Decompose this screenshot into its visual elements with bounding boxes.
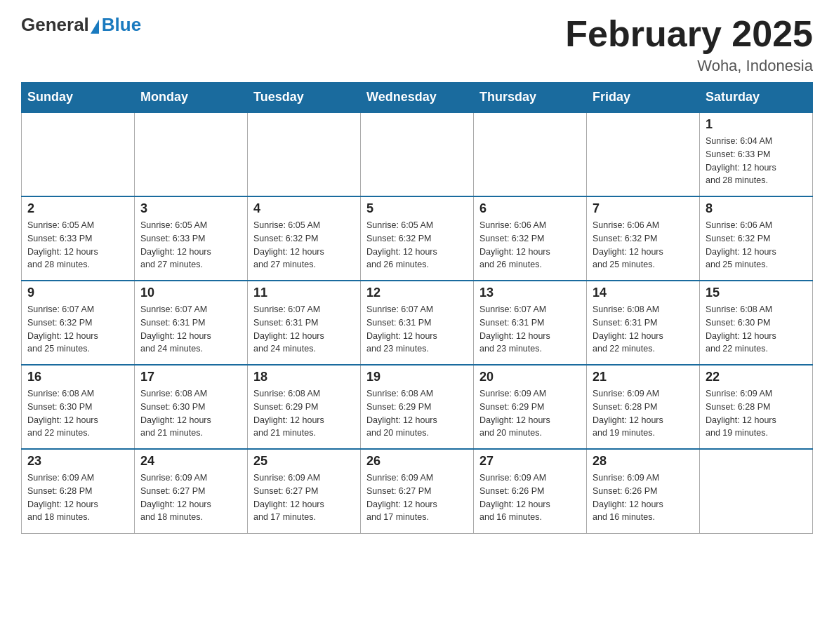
calendar-cell: 28Sunrise: 6:09 AMSunset: 6:26 PMDayligh… xyxy=(587,449,700,533)
day-info: Sunrise: 6:09 AMSunset: 6:28 PMDaylight:… xyxy=(593,387,694,440)
calendar-cell: 20Sunrise: 6:09 AMSunset: 6:29 PMDayligh… xyxy=(474,365,587,449)
calendar-cell: 18Sunrise: 6:08 AMSunset: 6:29 PMDayligh… xyxy=(248,365,361,449)
day-info: Sunrise: 6:09 AMSunset: 6:26 PMDaylight:… xyxy=(479,471,581,524)
day-info: Sunrise: 6:07 AMSunset: 6:31 PMDaylight:… xyxy=(366,303,468,356)
calendar-cell: 1Sunrise: 6:04 AMSunset: 6:33 PMDaylight… xyxy=(700,112,813,196)
day-number: 28 xyxy=(593,454,694,469)
day-number: 13 xyxy=(479,286,581,300)
calendar-cell: 15Sunrise: 6:08 AMSunset: 6:30 PMDayligh… xyxy=(700,281,813,365)
day-number: 10 xyxy=(140,286,241,300)
day-info: Sunrise: 6:08 AMSunset: 6:29 PMDaylight:… xyxy=(253,387,355,440)
day-number: 26 xyxy=(366,454,468,469)
day-number: 14 xyxy=(593,286,694,300)
column-header-friday: Friday xyxy=(587,83,700,113)
day-info: Sunrise: 6:08 AMSunset: 6:31 PMDaylight:… xyxy=(593,303,694,356)
day-info: Sunrise: 6:06 AMSunset: 6:32 PMDaylight:… xyxy=(593,219,694,271)
calendar-cell: 5Sunrise: 6:05 AMSunset: 6:32 PMDaylight… xyxy=(361,196,474,281)
calendar-cell: 16Sunrise: 6:08 AMSunset: 6:30 PMDayligh… xyxy=(22,365,135,449)
day-number: 25 xyxy=(253,454,355,469)
calendar-cell: 7Sunrise: 6:06 AMSunset: 6:32 PMDaylight… xyxy=(587,196,700,281)
calendar-cell: 2Sunrise: 6:05 AMSunset: 6:33 PMDaylight… xyxy=(22,196,135,281)
logo-general: General xyxy=(21,14,89,36)
calendar-cell: 9Sunrise: 6:07 AMSunset: 6:32 PMDaylight… xyxy=(22,281,135,365)
day-number: 6 xyxy=(479,201,581,216)
day-number: 21 xyxy=(593,370,694,384)
day-info: Sunrise: 6:09 AMSunset: 6:27 PMDaylight:… xyxy=(140,471,241,524)
day-info: Sunrise: 6:08 AMSunset: 6:30 PMDaylight:… xyxy=(140,387,241,440)
title-section: February 2025 Woha, Indonesia xyxy=(565,14,813,75)
column-header-thursday: Thursday xyxy=(474,83,587,113)
day-info: Sunrise: 6:09 AMSunset: 6:27 PMDaylight:… xyxy=(253,471,355,524)
day-number: 3 xyxy=(140,201,241,216)
calendar-cell: 26Sunrise: 6:09 AMSunset: 6:27 PMDayligh… xyxy=(361,449,474,533)
calendar-subtitle: Woha, Indonesia xyxy=(565,57,813,75)
day-info: Sunrise: 6:08 AMSunset: 6:30 PMDaylight:… xyxy=(706,303,807,356)
calendar-cell: 19Sunrise: 6:08 AMSunset: 6:29 PMDayligh… xyxy=(361,365,474,449)
day-number: 8 xyxy=(706,201,807,216)
day-info: Sunrise: 6:09 AMSunset: 6:27 PMDaylight:… xyxy=(366,471,468,524)
day-number: 2 xyxy=(27,201,128,216)
day-info: Sunrise: 6:06 AMSunset: 6:32 PMDaylight:… xyxy=(479,219,581,271)
calendar-cell: 11Sunrise: 6:07 AMSunset: 6:31 PMDayligh… xyxy=(248,281,361,365)
calendar-cell: 27Sunrise: 6:09 AMSunset: 6:26 PMDayligh… xyxy=(474,449,587,533)
day-number: 23 xyxy=(27,454,128,469)
day-info: Sunrise: 6:04 AMSunset: 6:33 PMDaylight:… xyxy=(706,135,807,187)
calendar-cell: 14Sunrise: 6:08 AMSunset: 6:31 PMDayligh… xyxy=(587,281,700,365)
calendar-cell xyxy=(361,112,474,196)
calendar-cell: 21Sunrise: 6:09 AMSunset: 6:28 PMDayligh… xyxy=(587,365,700,449)
column-header-tuesday: Tuesday xyxy=(248,83,361,113)
day-number: 27 xyxy=(479,454,581,469)
day-number: 1 xyxy=(706,117,807,132)
calendar-cell: 4Sunrise: 6:05 AMSunset: 6:32 PMDaylight… xyxy=(248,196,361,281)
calendar-cell: 10Sunrise: 6:07 AMSunset: 6:31 PMDayligh… xyxy=(135,281,248,365)
calendar-cell: 8Sunrise: 6:06 AMSunset: 6:32 PMDaylight… xyxy=(700,196,813,281)
day-info: Sunrise: 6:09 AMSunset: 6:28 PMDaylight:… xyxy=(706,387,807,440)
calendar-cell xyxy=(700,449,813,533)
page-header: General Blue February 2025 Woha, Indones… xyxy=(21,14,813,75)
calendar-table: SundayMondayTuesdayWednesdayThursdayFrid… xyxy=(21,82,813,534)
day-number: 9 xyxy=(27,286,128,300)
day-number: 16 xyxy=(27,370,128,384)
calendar-cell xyxy=(135,112,248,196)
calendar-cell xyxy=(587,112,700,196)
calendar-cell: 12Sunrise: 6:07 AMSunset: 6:31 PMDayligh… xyxy=(361,281,474,365)
day-info: Sunrise: 6:05 AMSunset: 6:33 PMDaylight:… xyxy=(27,219,128,271)
calendar-title: February 2025 xyxy=(565,14,813,54)
day-info: Sunrise: 6:05 AMSunset: 6:32 PMDaylight:… xyxy=(366,219,468,271)
day-info: Sunrise: 6:09 AMSunset: 6:28 PMDaylight:… xyxy=(27,471,128,524)
calendar-cell: 23Sunrise: 6:09 AMSunset: 6:28 PMDayligh… xyxy=(22,449,135,533)
column-header-monday: Monday xyxy=(135,83,248,113)
day-info: Sunrise: 6:05 AMSunset: 6:32 PMDaylight:… xyxy=(253,219,355,271)
column-header-wednesday: Wednesday xyxy=(361,83,474,113)
day-number: 7 xyxy=(593,201,694,216)
day-info: Sunrise: 6:09 AMSunset: 6:29 PMDaylight:… xyxy=(479,387,581,440)
day-number: 24 xyxy=(140,454,241,469)
day-info: Sunrise: 6:07 AMSunset: 6:31 PMDaylight:… xyxy=(479,303,581,356)
calendar-cell: 3Sunrise: 6:05 AMSunset: 6:33 PMDaylight… xyxy=(135,196,248,281)
day-number: 4 xyxy=(253,201,355,216)
calendar-cell: 6Sunrise: 6:06 AMSunset: 6:32 PMDaylight… xyxy=(474,196,587,281)
day-info: Sunrise: 6:05 AMSunset: 6:33 PMDaylight:… xyxy=(140,219,241,271)
calendar-week-row: 2Sunrise: 6:05 AMSunset: 6:33 PMDaylight… xyxy=(22,196,813,281)
day-number: 22 xyxy=(706,370,807,384)
day-number: 18 xyxy=(253,370,355,384)
calendar-cell: 24Sunrise: 6:09 AMSunset: 6:27 PMDayligh… xyxy=(135,449,248,533)
logo-blue: Blue xyxy=(102,14,141,36)
column-header-sunday: Sunday xyxy=(22,83,135,113)
day-number: 5 xyxy=(366,201,468,216)
calendar-week-row: 16Sunrise: 6:08 AMSunset: 6:30 PMDayligh… xyxy=(22,365,813,449)
calendar-cell: 25Sunrise: 6:09 AMSunset: 6:27 PMDayligh… xyxy=(248,449,361,533)
column-header-saturday: Saturday xyxy=(700,83,813,113)
calendar-header-row: SundayMondayTuesdayWednesdayThursdayFrid… xyxy=(22,83,813,113)
day-info: Sunrise: 6:07 AMSunset: 6:31 PMDaylight:… xyxy=(140,303,241,356)
day-number: 17 xyxy=(140,370,241,384)
logo: General Blue xyxy=(21,14,141,36)
day-number: 12 xyxy=(366,286,468,300)
calendar-week-row: 1Sunrise: 6:04 AMSunset: 6:33 PMDaylight… xyxy=(22,112,813,196)
day-number: 11 xyxy=(253,286,355,300)
day-info: Sunrise: 6:08 AMSunset: 6:30 PMDaylight:… xyxy=(27,387,128,440)
day-number: 19 xyxy=(366,370,468,384)
day-number: 15 xyxy=(706,286,807,300)
calendar-cell: 22Sunrise: 6:09 AMSunset: 6:28 PMDayligh… xyxy=(700,365,813,449)
day-info: Sunrise: 6:07 AMSunset: 6:31 PMDaylight:… xyxy=(253,303,355,356)
